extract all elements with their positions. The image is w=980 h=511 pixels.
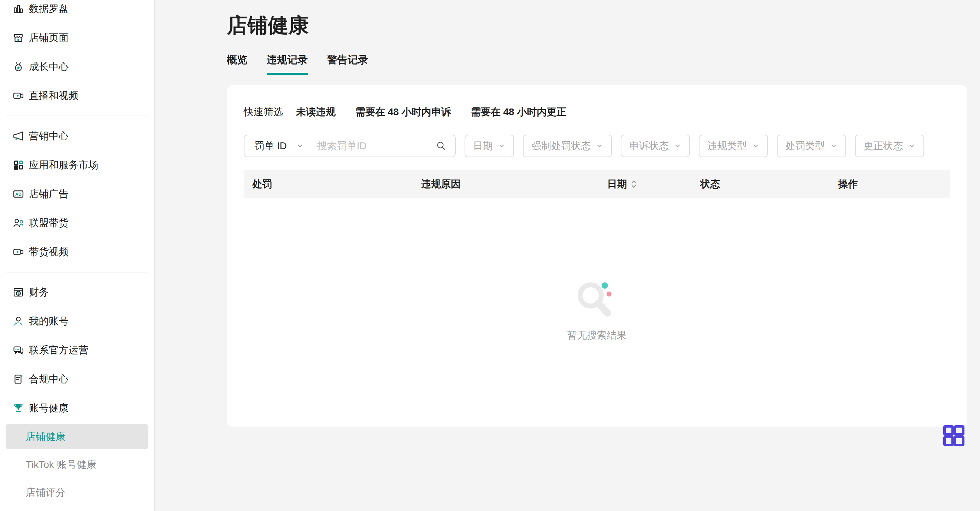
filter-date-label: 日期 (473, 139, 493, 153)
sidebar-subitem-shop-health[interactable]: 店铺健康 (6, 424, 148, 449)
search-category-value: 罚单 ID (255, 139, 287, 153)
filter-violation-type-label: 违规类型 (707, 139, 747, 153)
svg-text:AD: AD (15, 192, 22, 197)
chevron-down-icon (596, 142, 603, 150)
empty-state-message: 暂无搜索结果 (567, 329, 627, 342)
sidebar-item-growth-center[interactable]: 成长中心 (0, 52, 154, 81)
sidebar-divider (6, 272, 148, 272)
sidebar-item-shoppable-video[interactable]: 带货视频 (0, 237, 154, 266)
sidebar-subitem-label: 店铺评分 (26, 486, 65, 499)
ad-icon: AD (13, 188, 24, 200)
tab-violation-records[interactable]: 违规记录 (267, 53, 308, 75)
sidebar-item-label: 直播和视频 (29, 91, 78, 101)
chevron-down-icon (752, 142, 760, 150)
sidebar-item-label: 数据罗盘 (29, 4, 68, 14)
medal-icon (13, 61, 24, 72)
quick-filter-label: 快速筛选 (244, 105, 283, 119)
sidebar-item-label: 账号健康 (29, 403, 68, 413)
column-header-violation-reason: 违规原因 (421, 177, 607, 191)
quick-filter-unread-violations[interactable]: 未读违规 (296, 105, 336, 119)
sidebar-item-data-compass[interactable]: 数据罗盘 (0, 0, 154, 23)
filter-violation-type[interactable]: 违规类型 (699, 135, 768, 157)
column-header-action: 操作 (838, 177, 942, 191)
sidebar-item-finance[interactable]: $ 财务 (0, 278, 154, 307)
sidebar: 数据罗盘 店铺页面 成长中心 (0, 0, 155, 511)
sidebar-item-label: 我的账号 (29, 316, 68, 326)
sidebar-item-live-and-video[interactable]: 直播和视频 (0, 81, 154, 110)
filter-penalty-type[interactable]: 处罚类型 (777, 135, 846, 157)
quick-filter-row: 快速筛选 未读违规 需要在 48 小时内申诉 需要在 48 小时内更正 (244, 105, 950, 119)
column-header-status: 状态 (700, 177, 838, 191)
sidebar-item-label: 合规中心 (29, 374, 68, 384)
sidebar-item-app-service-market[interactable]: 应用和服务市场 (0, 151, 154, 180)
filter-date[interactable]: 日期 (465, 135, 514, 157)
chevron-down-icon (830, 142, 838, 150)
sidebar-item-compliance-center[interactable]: 合规中心 (0, 365, 154, 394)
quick-filter-correct-48h[interactable]: 需要在 48 小时内更正 (471, 105, 567, 119)
tab-warning-records[interactable]: 警告记录 (327, 53, 368, 75)
sidebar-item-label: 成长中心 (29, 62, 68, 72)
user-icon (13, 315, 24, 327)
storefront-icon (13, 32, 24, 43)
search-category-select[interactable]: 罚单 ID (255, 139, 304, 153)
sidebar-item-label: 带货视频 (29, 247, 68, 257)
sidebar-item-label: 店铺页面 (29, 33, 68, 43)
search-box: 罚单 ID (244, 135, 456, 157)
page-title: 店铺健康 (227, 13, 967, 37)
filter-appeal-status-label: 申诉状态 (629, 139, 669, 153)
sidebar-item-shop-page[interactable]: 店铺页面 (0, 23, 154, 52)
empty-state: 暂无搜索结果 (244, 275, 950, 342)
finance-icon: $ (13, 287, 24, 298)
quick-filter-appeal-48h[interactable]: 需要在 48 小时内申诉 (355, 105, 451, 119)
app-launcher-button[interactable] (943, 424, 965, 447)
sidebar-item-label: 应用和服务市场 (29, 160, 98, 170)
tab-overview[interactable]: 概览 (227, 53, 247, 75)
filter-enforcement-status-label: 强制处罚状态 (531, 139, 591, 153)
grid-icon (943, 424, 965, 447)
sidebar-subitem-label: TikTok 账号健康 (26, 458, 97, 471)
sidebar-item-label: 店铺广告 (29, 189, 68, 199)
trophy-icon (13, 403, 24, 414)
empty-search-icon (572, 275, 622, 326)
filter-penalty-type-label: 处罚类型 (785, 139, 825, 153)
chevron-down-icon (296, 142, 304, 150)
bar-chart-icon (13, 3, 24, 14)
sidebar-subitem-shop-rating[interactable]: 店铺评分 (0, 479, 154, 506)
compliance-doc-icon (13, 374, 24, 385)
sidebar-item-affiliate[interactable]: 联盟带货 (0, 209, 154, 237)
sidebar-item-label: 财务 (29, 287, 49, 297)
chevron-down-icon (498, 142, 506, 150)
sidebar-item-label: 联盟带货 (29, 218, 68, 228)
video-camera-icon (13, 246, 24, 258)
sidebar-divider (6, 116, 148, 116)
search-input[interactable] (317, 140, 436, 152)
apps-grid-icon (13, 159, 24, 171)
sort-icon[interactable] (631, 179, 637, 189)
sidebar-item-marketing-center[interactable]: 营销中心 (0, 121, 154, 151)
table-header: 处罚 违规原因 日期 状态 操作 (244, 170, 950, 198)
sidebar-item-account-health[interactable]: 账号健康 (0, 394, 154, 423)
chevron-down-icon (674, 142, 681, 150)
sidebar-item-my-account[interactable]: 我的账号 (0, 307, 154, 336)
video-camera-icon (13, 90, 24, 102)
tab-bar: 概览 违规记录 警告记录 (227, 53, 967, 75)
violation-records-panel: 快速筛选 未读违规 需要在 48 小时内申诉 需要在 48 小时内更正 罚单 I… (227, 85, 967, 427)
chat-icon (13, 345, 24, 356)
filter-correction-status[interactable]: 更正状态 (855, 135, 924, 157)
svg-text:$: $ (18, 291, 19, 295)
column-header-date[interactable]: 日期 (607, 177, 700, 191)
megaphone-icon (13, 131, 24, 142)
filter-enforcement-status[interactable]: 强制处罚状态 (523, 135, 612, 157)
main-content: 店铺健康 概览 违规记录 警告记录 快速筛选 未读违规 需要在 48 小时内申诉… (155, 0, 980, 511)
column-header-penalty: 处罚 (252, 177, 421, 191)
search-icon[interactable] (436, 141, 447, 151)
filter-controls-row: 罚单 ID 日期 强制处罚状态 申诉状态 (244, 135, 950, 157)
sidebar-subitem-label: 店铺健康 (26, 430, 65, 444)
filter-correction-status-label: 更正状态 (864, 139, 903, 153)
chevron-down-icon (908, 142, 916, 150)
sidebar-item-contact-official[interactable]: 联系官方运营 (0, 336, 154, 365)
sidebar-subitem-tiktok-account-health[interactable]: TikTok 账号健康 (0, 451, 154, 479)
sidebar-item-shop-ads[interactable]: AD 店铺广告 (0, 180, 154, 209)
filter-appeal-status[interactable]: 申诉状态 (621, 135, 690, 157)
sidebar-nav: 数据罗盘 店铺页面 成长中心 (0, 0, 154, 506)
